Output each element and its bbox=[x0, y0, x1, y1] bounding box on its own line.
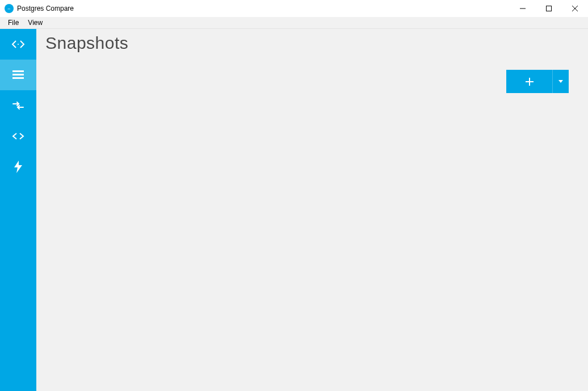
svg-marker-10 bbox=[14, 161, 22, 173]
caret-down-icon bbox=[558, 80, 563, 83]
sidebar-item-deploy[interactable] bbox=[0, 152, 36, 182]
add-snapshot-button[interactable] bbox=[506, 70, 553, 93]
sidebar-item-merge[interactable] bbox=[0, 90, 36, 121]
maximize-icon bbox=[546, 6, 552, 11]
sidebar-item-diff[interactable] bbox=[0, 121, 36, 152]
lightning-bolt-icon bbox=[14, 161, 22, 173]
window-controls bbox=[510, 0, 588, 17]
app-icon: ↔ bbox=[5, 4, 14, 13]
close-icon bbox=[572, 6, 578, 11]
minimize-icon bbox=[520, 6, 526, 11]
app-icon-glyph: ↔ bbox=[7, 7, 11, 11]
menu-view[interactable]: View bbox=[23, 18, 47, 28]
maximize-button[interactable] bbox=[536, 0, 562, 17]
title-bar: ↔ Postgres Compare bbox=[0, 0, 588, 17]
sidebar-item-snapshots[interactable] bbox=[0, 60, 36, 90]
svg-marker-13 bbox=[558, 80, 563, 83]
minimize-button[interactable] bbox=[510, 0, 536, 17]
sidebar bbox=[0, 29, 36, 391]
compare-arrows-icon bbox=[11, 39, 26, 49]
add-snapshot-split-button bbox=[506, 70, 569, 93]
svg-rect-1 bbox=[547, 6, 552, 11]
merge-arrows-icon bbox=[12, 102, 24, 110]
svg-rect-7 bbox=[12, 77, 24, 79]
page-title: Snapshots bbox=[45, 33, 128, 53]
close-button[interactable] bbox=[562, 0, 588, 17]
plus-icon bbox=[525, 77, 534, 86]
code-brackets-icon bbox=[12, 132, 24, 140]
svg-point-4 bbox=[18, 44, 19, 45]
menu-file[interactable]: File bbox=[3, 18, 23, 28]
svg-rect-6 bbox=[12, 74, 24, 75]
list-lines-icon bbox=[12, 70, 24, 79]
main-content: Snapshots bbox=[36, 29, 588, 391]
body-area: Snapshots bbox=[0, 29, 588, 391]
title-bar-left: ↔ Postgres Compare bbox=[5, 4, 74, 13]
sidebar-item-comparisons[interactable] bbox=[0, 29, 36, 60]
add-snapshot-dropdown[interactable] bbox=[553, 70, 569, 93]
menu-bar: File View bbox=[0, 17, 588, 29]
svg-rect-5 bbox=[12, 70, 24, 72]
window-title: Postgres Compare bbox=[17, 5, 74, 12]
